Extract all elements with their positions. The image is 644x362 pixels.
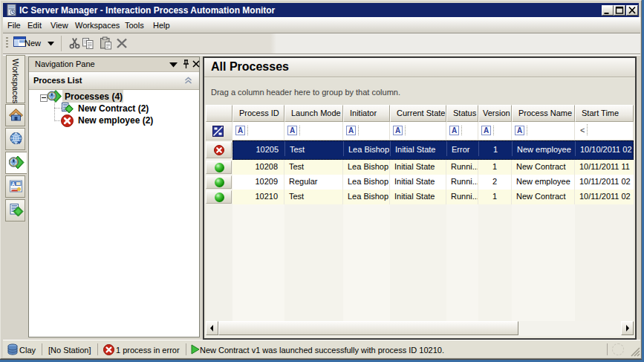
svg-text:A: A [12, 181, 16, 187]
